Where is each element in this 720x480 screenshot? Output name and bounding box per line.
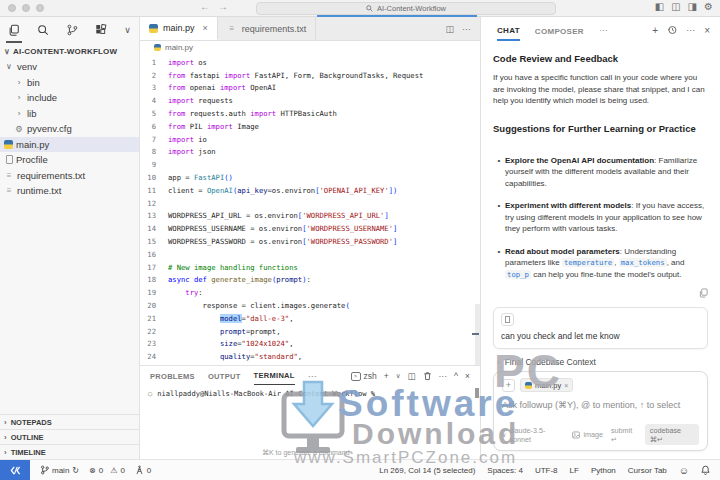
tab-composer[interactable]: COMPOSER [535,21,584,40]
code-line[interactable]: 21 model="dall-e-3", [140,312,480,325]
indentation-status[interactable]: Spaces: 4 [487,466,523,475]
terminal-dropdown-icon[interactable]: ∨ [396,372,401,380]
code-line[interactable]: 24 quality="standard", [140,350,480,363]
close-panel-icon[interactable]: × [465,371,470,381]
codebase-button[interactable]: codebase ⌘↵ [645,424,699,445]
model-selector[interactable]: ∨ claude-3.5-sonnet [502,426,564,444]
new-terminal-icon[interactable]: + [384,371,389,381]
code-line[interactable]: 1import os [140,56,480,69]
tab-output[interactable]: OUTPUT [208,368,241,385]
code-line[interactable]: 3from openai import OpenAI [140,82,480,95]
tab-problems[interactable]: PROBLEMS [150,368,195,385]
close-chat-icon[interactable]: × [704,25,710,36]
code-line[interactable]: 4import requests [140,94,480,107]
panel-more-tabs-icon[interactable]: ··· [308,371,317,381]
kill-terminal-icon[interactable] [423,371,432,381]
file-tree-item-runtime-txt[interactable]: ≡runtime.txt [0,183,139,199]
close-tab-icon[interactable]: × [203,23,208,33]
chat-more-actions-icon[interactable]: ··· [686,25,695,35]
cursor-position-status[interactable]: Ln 269, Col 14 (5 selected) [379,466,475,475]
command-center-search[interactable]: AI-Content-Workflow [256,2,556,15]
file-tree-item-lib[interactable]: ›lib [0,106,139,122]
codebase-context-toggle[interactable]: › Final Codebase Context [497,357,708,367]
window-close-button[interactable] [8,4,16,12]
code-line[interactable]: 5from requests.auth import HTTPBasicAuth [140,107,480,120]
tab-chat[interactable]: CHAT [497,20,520,41]
add-context-button[interactable]: + [502,379,515,392]
eol-status[interactable]: LF [570,466,579,475]
code-line[interactable]: 20 response = client.images.generate( [140,299,480,312]
file-tree-item-bin[interactable]: ›bin [0,75,139,91]
toggle-panel-icon[interactable]: ◫ [671,1,680,12]
terminal-prompt-line[interactable]: ○ niallpaddy@Nialls-MacBook-Air AI-Conte… [140,389,480,398]
tab-main-py[interactable]: main.py × [140,17,218,40]
file-tree-item-include[interactable]: ›include [0,90,139,106]
copy-message-icon[interactable] [699,288,708,298]
code-line[interactable]: 22 prompt=prompt, [140,325,480,338]
code-line[interactable]: 13WORDPRESS_API_URL = os.environ['WORDPR… [140,210,480,223]
settings-gear-icon[interactable]: ⚙ [704,1,713,12]
attach-image-button[interactable]: image [572,430,603,439]
code-line[interactable]: 19 try: [140,286,480,299]
code-line[interactable]: 7import io [140,133,480,146]
editor-more-actions-icon[interactable]: ··· [462,24,471,34]
code-line[interactable]: 9 [140,158,480,171]
language-mode-status[interactable]: Python [591,466,616,475]
code-line[interactable]: 11client = OpenAI(api_key=os.environ['OP… [140,184,480,197]
sidebar-section-outline[interactable]: › OUTLINE [0,429,139,444]
history-back-icon[interactable]: ← [200,1,210,12]
file-tree-item-main-py[interactable]: main.py [0,137,139,153]
window-controls[interactable] [8,4,44,12]
encoding-status[interactable]: UTF-8 [535,466,558,475]
more-views-chevron-icon[interactable]: ∨ [122,19,133,41]
git-branch-status[interactable]: main ↻ [40,465,79,475]
ports-status[interactable]: 0 [135,465,151,475]
remove-chip-icon[interactable]: × [564,382,568,389]
file-tree-item-pyvenv-cfg[interactable]: ⚙pyvenv.cfg [0,121,139,137]
chat-followup-input[interactable] [502,400,699,410]
shell-selector[interactable]: > zsh [351,371,377,381]
sidebar-section-timeline[interactable]: › TIMELINE [0,444,139,459]
code-line[interactable]: 10app = FastAPI() [140,171,480,184]
problems-status[interactable]: ⊗ 0 ⚠ 0 [89,466,125,475]
maximize-panel-icon[interactable]: ^ [454,371,458,381]
terminal-scrollbar[interactable] [475,388,479,398]
tab-requirements-txt[interactable]: ≡ requirements.txt [218,17,317,40]
sidebar-section-notepads[interactable]: › NOTEPADS [0,414,139,429]
window-zoom-button[interactable] [36,4,44,12]
file-tree-item-procfile[interactable]: Procfile [0,152,139,168]
code-line[interactable]: 14WORDPRESS_USERNAME = os.environ['WORDP… [140,222,480,235]
code-line[interactable]: 15WORDPRESS_PASSWORD = os.environ['WORDP… [140,235,480,248]
file-tree-item-requirements-txt[interactable]: ≡requirements.txt [0,168,139,184]
code-line[interactable]: 23 size="1024x1024", [140,338,480,351]
project-root-folder[interactable]: ∨ AI-CONTENT-WORKFLOW [0,43,139,59]
file-tree-item-venv[interactable]: ∨venv [0,59,139,75]
code-line[interactable]: 8import json [140,146,480,159]
split-editor-icon[interactable]: ◫ [445,24,454,34]
breadcrumb[interactable]: main.py [140,41,480,54]
attached-file-icon[interactable] [501,313,514,326]
feedback-smiley-icon[interactable]: ☺ [679,465,689,476]
history-forward-icon[interactable]: → [218,1,228,12]
new-chat-icon[interactable]: + [652,25,658,36]
chat-more-tabs-icon[interactable]: ··· [599,25,608,35]
notifications-bell-icon[interactable] [701,465,710,475]
context-chip-main-py[interactable]: main.py × [520,378,573,392]
tab-terminal[interactable]: TERMINAL [254,367,295,385]
code-line[interactable]: 12 [140,197,480,210]
sync-changes-icon[interactable]: ↻ [72,466,79,475]
cursor-tab-status[interactable]: Cursor Tab [628,466,667,475]
code-line[interactable]: 18async def generate_image(prompt): [140,274,480,287]
extensions-icon[interactable] [93,19,109,41]
search-icon[interactable] [35,19,51,41]
terminal-more-actions-icon[interactable]: ··· [439,371,448,381]
code-line[interactable]: 2from fastapi import FastAPI, Form, Back… [140,69,480,82]
source-control-icon[interactable] [64,19,80,41]
submit-button[interactable]: submit ↵ [611,426,639,444]
chat-input-box[interactable]: + main.py × ∨ claude-3.5-sonnet [493,371,708,451]
code-line[interactable]: 16 [140,248,480,261]
toggle-sidebar-icon[interactable]: ◧ [655,1,664,12]
chat-history-icon[interactable] [667,25,677,35]
remote-indicator[interactable] [0,460,30,480]
explorer-icon[interactable] [6,19,22,41]
